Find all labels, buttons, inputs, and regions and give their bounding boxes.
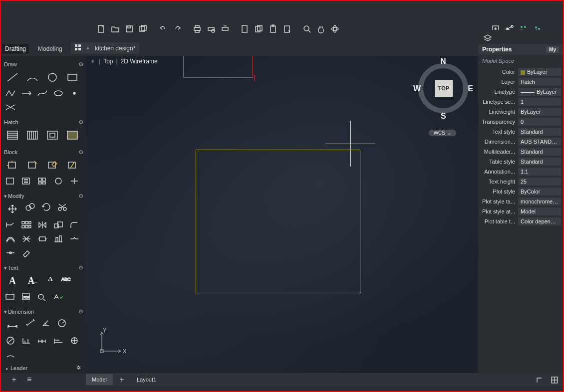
property-value[interactable]: Standard bbox=[518, 128, 561, 136]
copy-icon[interactable] bbox=[254, 24, 265, 34]
compass-north[interactable]: N bbox=[440, 57, 446, 66]
orbit-icon[interactable] bbox=[329, 24, 340, 34]
rectangle-tool[interactable] bbox=[64, 70, 81, 85]
view-cube[interactable]: TOP N S W E WCS⌄ bbox=[413, 57, 473, 132]
section-text-gear-icon[interactable]: ⚙ bbox=[78, 264, 84, 271]
property-value[interactable]: AUS STANDARD bbox=[518, 138, 561, 146]
copy-tool[interactable] bbox=[24, 201, 37, 212]
status-ucs-icon[interactable] bbox=[534, 375, 545, 385]
text-pdf-tool[interactable]: PDF bbox=[20, 291, 33, 302]
arc-tool[interactable] bbox=[24, 70, 41, 85]
cut-icon[interactable] bbox=[240, 24, 251, 34]
hatch-tool[interactable] bbox=[4, 128, 21, 143]
array-tool[interactable] bbox=[20, 219, 33, 230]
stretch-tool[interactable] bbox=[36, 233, 49, 244]
dim-radius-tool[interactable] bbox=[56, 317, 69, 328]
redo-icon[interactable] bbox=[172, 24, 183, 34]
print-icon[interactable] bbox=[192, 24, 203, 34]
property-value[interactable]: monochrome.ctb bbox=[518, 197, 561, 205]
single-text-tool[interactable]: A_ bbox=[24, 273, 41, 288]
tab-drafting[interactable]: Drafting bbox=[2, 44, 29, 54]
dim-baseline-tool[interactable] bbox=[52, 335, 65, 346]
property-value[interactable]: Standard bbox=[518, 148, 561, 156]
paste-icon[interactable] bbox=[268, 24, 279, 34]
search-icon[interactable] bbox=[301, 24, 312, 34]
gradient-tool[interactable] bbox=[24, 128, 41, 143]
ellipse-tool[interactable] bbox=[52, 88, 65, 99]
section-block-gear-icon[interactable]: ⚙ bbox=[78, 149, 84, 156]
join-tool[interactable] bbox=[4, 247, 17, 258]
properties-my-button[interactable]: My bbox=[546, 46, 559, 53]
offset-tool[interactable] bbox=[4, 233, 17, 244]
line-tool[interactable] bbox=[4, 70, 21, 85]
break-tool[interactable] bbox=[68, 233, 81, 244]
property-value[interactable]: ByLayer bbox=[518, 88, 561, 96]
rotate-tool[interactable] bbox=[40, 201, 53, 212]
explode-tool[interactable] bbox=[20, 233, 33, 244]
text-spell-tool[interactable] bbox=[52, 291, 65, 302]
paste-special-icon[interactable] bbox=[282, 24, 292, 34]
section-hatch-gear-icon[interactable]: ⚙ bbox=[78, 119, 84, 126]
view-cube-top-face[interactable]: TOP bbox=[435, 80, 453, 97]
insert-block-tool[interactable] bbox=[4, 158, 21, 173]
edit-block-tool[interactable] bbox=[44, 158, 61, 173]
compass-south[interactable]: S bbox=[441, 112, 446, 121]
layers-panel-icon[interactable] bbox=[482, 33, 493, 43]
viewport-menu-icon[interactable]: ＋ bbox=[90, 57, 96, 65]
dim-continue-tool[interactable] bbox=[36, 335, 49, 346]
move-tool[interactable] bbox=[4, 201, 21, 216]
wcs-badge[interactable]: WCS⌄ bbox=[429, 130, 456, 136]
dim-angular-tool[interactable] bbox=[40, 317, 53, 328]
circle-tool[interactable] bbox=[44, 70, 61, 85]
section-draw-gear-icon[interactable]: ⚙ bbox=[78, 61, 84, 68]
status-grid-icon[interactable] bbox=[549, 375, 560, 385]
compass-east[interactable]: E bbox=[468, 84, 473, 93]
start-icon[interactable] bbox=[75, 44, 81, 52]
block-tool-b[interactable] bbox=[20, 176, 33, 187]
create-block-tool[interactable] bbox=[24, 158, 41, 173]
mirror-tool[interactable] bbox=[36, 219, 49, 230]
properties-context[interactable]: Model Space bbox=[478, 55, 563, 67]
block-tool-c[interactable] bbox=[36, 176, 49, 187]
plot-icon[interactable] bbox=[220, 24, 231, 34]
block-tool-d[interactable] bbox=[52, 176, 65, 187]
mtext-tool[interactable]: A bbox=[4, 273, 21, 288]
polyline-tool[interactable] bbox=[4, 88, 17, 99]
ray-tool[interactable] bbox=[20, 88, 33, 99]
section-modify-gear-icon[interactable]: ⚙ bbox=[78, 193, 84, 199]
fold-leader-0[interactable]: ▸Leader✲ bbox=[3, 363, 84, 373]
property-value[interactable]: 1 bbox=[518, 98, 561, 106]
point-tool[interactable] bbox=[68, 88, 81, 99]
extend-tool[interactable] bbox=[4, 219, 17, 230]
dim-linear-tool[interactable] bbox=[4, 317, 21, 332]
open-file-icon[interactable] bbox=[110, 24, 121, 34]
dim-ordinate-tool[interactable] bbox=[20, 335, 33, 346]
scale-tool[interactable] bbox=[52, 219, 65, 230]
property-value[interactable]: 1:1 bbox=[518, 168, 561, 176]
tab-modeling[interactable]: Modeling bbox=[35, 44, 65, 54]
add-panel-icon[interactable]: ＋ bbox=[10, 375, 18, 385]
new-tab-plus-icon[interactable]: ＋ bbox=[85, 44, 91, 52]
document-tab[interactable]: ＋ kitchen design* bbox=[71, 42, 139, 54]
text-find-tool[interactable] bbox=[36, 291, 49, 302]
text-style-tool[interactable]: A bbox=[44, 273, 57, 284]
property-value[interactable]: Model bbox=[518, 207, 561, 215]
region-tool[interactable] bbox=[64, 128, 81, 143]
property-value[interactable]: Standard bbox=[518, 158, 561, 166]
boundary-tool[interactable] bbox=[44, 128, 61, 143]
text-field-tool[interactable] bbox=[4, 291, 17, 302]
dim-arc-tool[interactable] bbox=[4, 349, 17, 360]
block-attributes-tool[interactable] bbox=[64, 158, 81, 173]
compass-west[interactable]: W bbox=[413, 84, 421, 93]
fillet-tool[interactable] bbox=[68, 219, 81, 230]
drawing-canvas[interactable]: ＋ | Top | 2D Wireframe TOP N S W E WCS⌄ … bbox=[86, 56, 478, 373]
dim-aligned-tool[interactable] bbox=[24, 317, 37, 328]
dim-diameter-tool[interactable] bbox=[4, 335, 17, 346]
undo-icon[interactable] bbox=[158, 24, 169, 34]
property-value[interactable]: 0 bbox=[518, 118, 561, 126]
save-all-icon[interactable] bbox=[138, 24, 149, 34]
tab-layout1[interactable]: Layout1 bbox=[131, 374, 162, 385]
property-value[interactable]: 25 bbox=[518, 178, 561, 186]
property-value[interactable]: Color dependent bbox=[518, 217, 561, 225]
property-value[interactable]: ByColor bbox=[518, 188, 561, 196]
